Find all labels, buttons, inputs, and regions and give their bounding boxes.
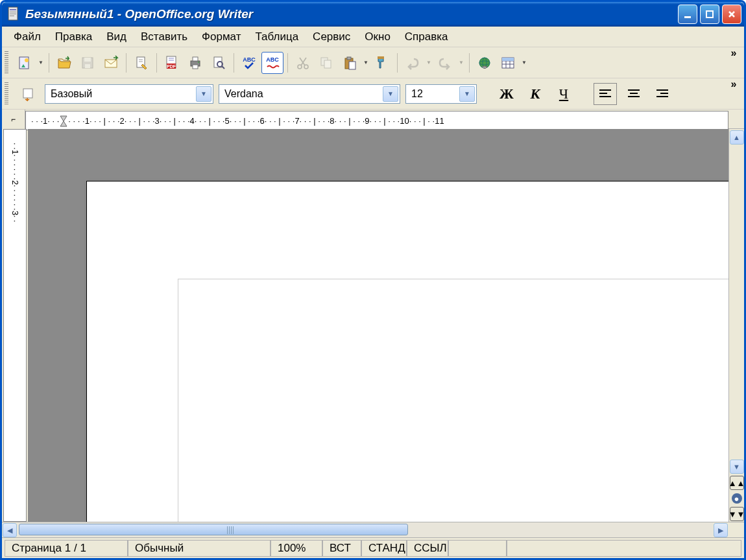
align-left-button[interactable] (594, 83, 617, 105)
svg-text:ABC: ABC (243, 56, 256, 63)
toolbar-grip[interactable] (5, 82, 8, 106)
edit-doc-button[interactable] (130, 52, 152, 74)
redo-button[interactable] (434, 52, 456, 74)
chevron-down-icon[interactable]: ▼ (383, 86, 398, 102)
open-button[interactable] (53, 52, 75, 74)
menu-window[interactable]: Окно (358, 28, 397, 46)
status-cell-empty (507, 540, 741, 557)
undo-dropdown[interactable]: ▼ (425, 60, 433, 65)
menu-edit[interactable]: Правка (49, 28, 99, 46)
document-viewport[interactable] (28, 129, 728, 522)
copy-button[interactable] (315, 52, 337, 74)
svg-point-10 (25, 58, 29, 62)
vertical-scrollbar[interactable]: ▲ ▼ ▲▲ ● ▼▼ (728, 129, 744, 522)
paste-dropdown[interactable]: ▼ (362, 60, 370, 65)
bold-button[interactable]: Ж (495, 83, 518, 105)
scroll-track[interactable] (18, 522, 713, 537)
italic-button[interactable]: К (523, 83, 547, 105)
toolbar-grip[interactable] (5, 51, 8, 75)
page-up-button[interactable]: ▲▲ (730, 476, 744, 490)
minimize-button[interactable] (678, 5, 697, 24)
svg-text:ABC: ABC (266, 56, 279, 63)
align-right-button[interactable] (651, 83, 674, 105)
status-insert-mode[interactable]: ВСТ (322, 540, 361, 557)
maximize-button[interactable] (700, 5, 719, 24)
scroll-down-button[interactable]: ▼ (730, 460, 744, 474)
menu-help[interactable]: Справка (398, 28, 455, 46)
page-margin-guide (178, 279, 728, 522)
svg-rect-2 (10, 12, 16, 12)
ruler-row: ⌐ · · · 1 · · · · · · · 1 · · · | · · · … (2, 110, 744, 129)
menubar: Файл Правка Вид Вставить Формат Таблица … (2, 27, 744, 47)
save-button[interactable] (77, 52, 99, 74)
toolbar-separator (287, 53, 288, 73)
svg-point-26 (198, 62, 199, 63)
svg-rect-1 (10, 9, 16, 10)
vertical-ruler[interactable]: · · 1 · · · · · · 2 · · · · · · 3 · · (3, 129, 27, 522)
font-size-value: 12 (411, 88, 423, 100)
email-button[interactable] (100, 52, 122, 74)
standard-toolbar: ▼ PDF ABC ABC ▼ ▼ ▼ ▼ » (2, 47, 744, 78)
align-center-button[interactable] (622, 83, 645, 105)
toolbar-overflow-button[interactable]: » (727, 78, 740, 90)
format-paintbrush-button[interactable] (371, 52, 393, 74)
scroll-right-button[interactable]: ▶ (714, 523, 728, 537)
menu-view[interactable]: Вид (100, 28, 133, 46)
scroll-left-button[interactable]: ◀ (3, 523, 17, 537)
svg-rect-40 (349, 62, 355, 69)
font-size-combo[interactable]: 12 ▼ (405, 84, 477, 104)
underline-button[interactable]: Ч (552, 83, 575, 105)
app-icon (7, 6, 20, 22)
table-dropdown[interactable]: ▼ (520, 60, 528, 65)
page-down-button[interactable]: ▼▼ (730, 507, 744, 521)
autocheck-button[interactable]: ABC (261, 52, 283, 74)
svg-rect-13 (85, 64, 90, 68)
chevron-down-icon[interactable]: ▼ (459, 86, 475, 102)
undo-button[interactable] (402, 52, 424, 74)
font-name-combo[interactable]: Verdana ▼ (219, 84, 400, 104)
scroll-thumb[interactable] (19, 524, 408, 535)
styles-window-button[interactable] (18, 83, 40, 105)
menu-table[interactable]: Таблица (248, 28, 305, 46)
close-button[interactable] (722, 5, 741, 24)
toolbar-separator (234, 53, 234, 73)
redo-dropdown[interactable]: ▼ (457, 60, 465, 65)
print-button[interactable] (184, 52, 206, 74)
toolbar-separator (49, 53, 49, 73)
scroll-track[interactable] (730, 146, 744, 458)
status-selection-mode[interactable]: СТАНД (361, 540, 407, 557)
svg-rect-25 (193, 65, 198, 69)
svg-rect-3 (10, 14, 16, 14)
svg-rect-50 (502, 58, 514, 61)
toolbar-separator (469, 53, 470, 73)
toolbar-overflow-button[interactable]: » (727, 47, 740, 59)
export-pdf-button[interactable]: PDF (161, 52, 183, 74)
status-hyperlink-mode[interactable]: ССЫЛ (407, 540, 448, 557)
menu-file[interactable]: Файл (7, 28, 47, 46)
horizontal-scrollbar[interactable]: ◀ ▶ (2, 522, 744, 537)
insert-table-button[interactable] (497, 52, 519, 74)
svg-rect-6 (706, 11, 713, 18)
hyperlink-button[interactable] (474, 52, 496, 74)
navigation-button[interactable]: ● (732, 493, 742, 504)
paragraph-style-combo[interactable]: Базовый ▼ (45, 84, 213, 104)
status-zoom[interactable]: 100% (271, 540, 322, 557)
menu-insert[interactable]: Вставить (134, 28, 194, 46)
chevron-down-icon[interactable]: ▼ (196, 86, 211, 102)
document-page[interactable] (86, 181, 728, 522)
cut-button[interactable] (292, 52, 314, 74)
new-document-button[interactable] (14, 52, 36, 74)
horizontal-ruler[interactable]: · · · 1 · · · · · · · 1 · · · | · · · 2 … (25, 111, 728, 130)
status-page: Страница 1 / 1 (5, 540, 128, 557)
scroll-up-button[interactable]: ▲ (730, 130, 744, 145)
menu-format[interactable]: Формат (195, 28, 247, 46)
toolbar-separator (156, 53, 157, 73)
paste-button[interactable] (339, 52, 361, 74)
menu-tools[interactable]: Сервис (306, 28, 357, 46)
status-style[interactable]: Обычный (128, 540, 271, 557)
application-window: Безымянный1 - OpenOffice.org Writer Файл… (0, 0, 746, 560)
new-dropdown[interactable]: ▼ (37, 60, 45, 65)
spellcheck-button[interactable]: ABC (238, 52, 260, 74)
page-preview-button[interactable] (208, 52, 230, 74)
paragraph-style-value: Базовый (51, 88, 92, 100)
